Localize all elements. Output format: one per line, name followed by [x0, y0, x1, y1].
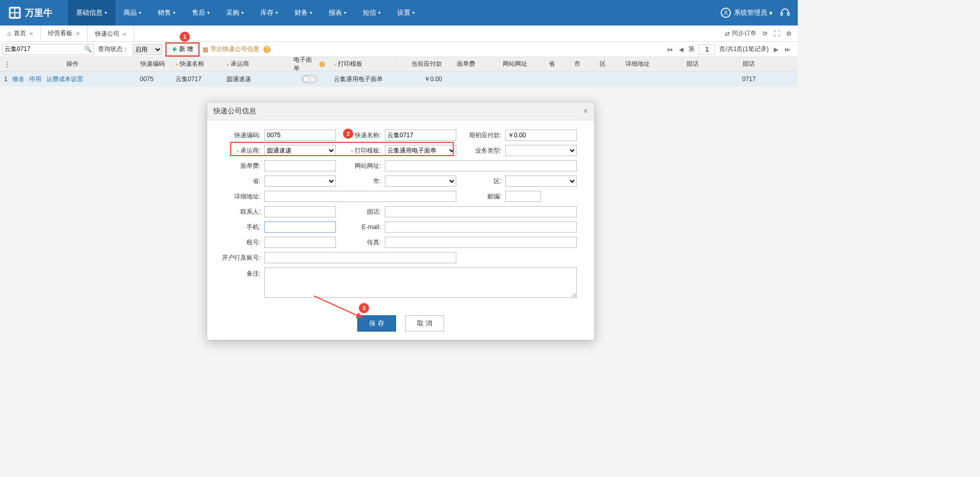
- tabs-bar: ⌂首页× 经营看板× 快递公司× ⇄同步订单 ⟳ ⛶ ⚙: [0, 26, 798, 42]
- svg-rect-2: [15, 9, 19, 12]
- tab-dashboard[interactable]: 经营看板×: [41, 26, 87, 41]
- new-button[interactable]: ✚ 新 增: [166, 43, 199, 56]
- nav-item-goods[interactable]: 商品▾: [115, 0, 150, 26]
- input-initpay[interactable]: [505, 130, 577, 141]
- col-prov[interactable]: 省: [545, 57, 570, 71]
- export-icon: ▦: [203, 46, 208, 53]
- input-mobile[interactable]: [264, 221, 336, 233]
- table-row[interactable]: 1 修改 停用 运费成本设置 0075 云集0717 圆通速递 云集通用电子面单…: [0, 71, 798, 87]
- modal-express-info: 快递公司信息 × 快递编码: 快递名称: 期初应付款: 承运商: 圆通速递 打印…: [207, 102, 595, 340]
- select-prov[interactable]: [264, 175, 336, 187]
- nav-item-finance[interactable]: 财务▾: [286, 0, 321, 26]
- row-actions: 修改 停用 运费成本设置: [8, 75, 136, 84]
- input-tax[interactable]: [264, 237, 336, 248]
- nav-item-purchase[interactable]: 采购▾: [218, 0, 252, 26]
- nav-item-settings[interactable]: 设置▾: [389, 0, 423, 26]
- user-menu[interactable]: 系统管理员 ▾: [721, 8, 773, 18]
- nav-item-stock[interactable]: 库存▾: [252, 0, 286, 26]
- select-city[interactable]: [385, 175, 456, 187]
- fullscreen-icon[interactable]: ⛶: [774, 30, 780, 37]
- col-dist[interactable]: 区: [596, 57, 621, 71]
- input-bank[interactable]: [264, 252, 456, 263]
- support-icon[interactable]: [780, 7, 790, 19]
- disable-link[interactable]: 停用: [29, 76, 41, 83]
- input-fax[interactable]: [385, 237, 577, 248]
- nav-item-sales[interactable]: 销售▾: [150, 0, 184, 26]
- col-addr[interactable]: 详细地址: [621, 57, 682, 71]
- lbl-contact: 联系人:: [219, 208, 260, 216]
- sync-orders[interactable]: ⇄同步订单: [725, 29, 756, 38]
- col-tpl[interactable]: ▸打印模板: [330, 57, 397, 71]
- page-last-icon[interactable]: ⏭: [783, 46, 792, 53]
- refresh-icon[interactable]: ⟳: [763, 30, 768, 37]
- cancel-button[interactable]: 取 消: [405, 315, 444, 332]
- page-next-icon[interactable]: ▶: [773, 46, 779, 53]
- save-button[interactable]: 保 存: [357, 315, 396, 332]
- page-prev-icon[interactable]: ◀: [678, 46, 684, 53]
- col-pay[interactable]: 当前应付款: [397, 57, 453, 71]
- col-url[interactable]: 网站网址: [499, 57, 545, 71]
- search-input[interactable]: [2, 44, 94, 55]
- col-tel[interactable]: 固话: [682, 57, 739, 71]
- tab-home[interactable]: ⌂首页×: [0, 26, 41, 41]
- input-fee[interactable]: [264, 160, 336, 171]
- input-code[interactable]: [264, 130, 336, 141]
- lbl-mobile: 手机:: [219, 223, 260, 232]
- select-tpl[interactable]: 云集通用电子面单: [385, 145, 456, 156]
- input-url[interactable]: [385, 160, 577, 171]
- nav-item-sms[interactable]: 短信▾: [355, 0, 389, 26]
- close-icon[interactable]: ×: [122, 30, 127, 38]
- annotation-badge-1: 1: [180, 32, 190, 42]
- lbl-tel: 固话:: [340, 208, 381, 216]
- close-icon[interactable]: ×: [76, 30, 80, 38]
- svg-rect-3: [11, 13, 14, 17]
- lbl-fee: 面单费:: [219, 162, 260, 170]
- edit-link[interactable]: 修改: [12, 76, 24, 83]
- input-contact[interactable]: [264, 206, 336, 217]
- select-biztype[interactable]: [505, 145, 577, 156]
- nav-item-aftersale[interactable]: 售后▾: [184, 0, 218, 26]
- nav-item-basic[interactable]: 基础信息▾: [68, 0, 115, 26]
- lbl-dist: 区:: [460, 177, 501, 186]
- brand-logo: 万里牛: [8, 6, 53, 20]
- input-tel[interactable]: [385, 206, 577, 217]
- brand-text: 万里牛: [25, 7, 53, 19]
- close-icon[interactable]: ×: [29, 30, 33, 38]
- col-city[interactable]: 市: [570, 57, 596, 71]
- tab-express[interactable]: 快递公司×: [88, 26, 134, 41]
- row-tpl: 云集通用电子面单: [330, 75, 396, 84]
- lbl-carrier: 承运商:: [219, 146, 260, 155]
- select-carrier[interactable]: 圆通速递: [264, 145, 336, 156]
- freight-link[interactable]: 运费成本设置: [46, 76, 83, 83]
- col-tel2[interactable]: 固话: [739, 57, 779, 71]
- row-tel2: 0717: [738, 76, 779, 83]
- page-input[interactable]: [699, 44, 715, 55]
- help-icon[interactable]: ?: [263, 46, 271, 53]
- input-name[interactable]: [385, 130, 456, 141]
- search-icon[interactable]: 🔍: [84, 45, 92, 53]
- col-code[interactable]: 快递编码: [136, 57, 172, 71]
- input-addr[interactable]: [264, 191, 456, 202]
- input-remark[interactable]: [264, 267, 577, 298]
- close-icon[interactable]: ×: [583, 107, 588, 116]
- col-name[interactable]: ▸快递名称: [172, 57, 223, 71]
- row-code: 0075: [136, 76, 172, 83]
- col-fee[interactable]: 面单费: [453, 57, 499, 71]
- col-carrier[interactable]: ▸承运商: [223, 57, 289, 71]
- caret-icon: ▾: [105, 10, 107, 15]
- select-dist[interactable]: [505, 175, 577, 187]
- esheet-toggle[interactable]: [302, 75, 317, 83]
- drag-handle[interactable]: ⋮: [0, 57, 9, 71]
- annotation-badge-3: 3: [359, 303, 369, 313]
- search-box: 🔍: [2, 44, 94, 55]
- export-link[interactable]: ▦ 导出快递公司信息: [203, 45, 259, 54]
- gear-icon[interactable]: ⚙: [786, 30, 792, 37]
- status-select[interactable]: 启用: [133, 44, 162, 55]
- nav-item-report[interactable]: 报表▾: [321, 0, 355, 26]
- col-esheet[interactable]: 电子面单?: [289, 57, 330, 71]
- input-zip[interactable]: [505, 191, 541, 202]
- page-first-icon[interactable]: ⏮: [666, 46, 674, 53]
- svg-point-5: [725, 11, 727, 13]
- input-email[interactable]: [385, 221, 577, 233]
- home-icon: ⌂: [7, 30, 11, 37]
